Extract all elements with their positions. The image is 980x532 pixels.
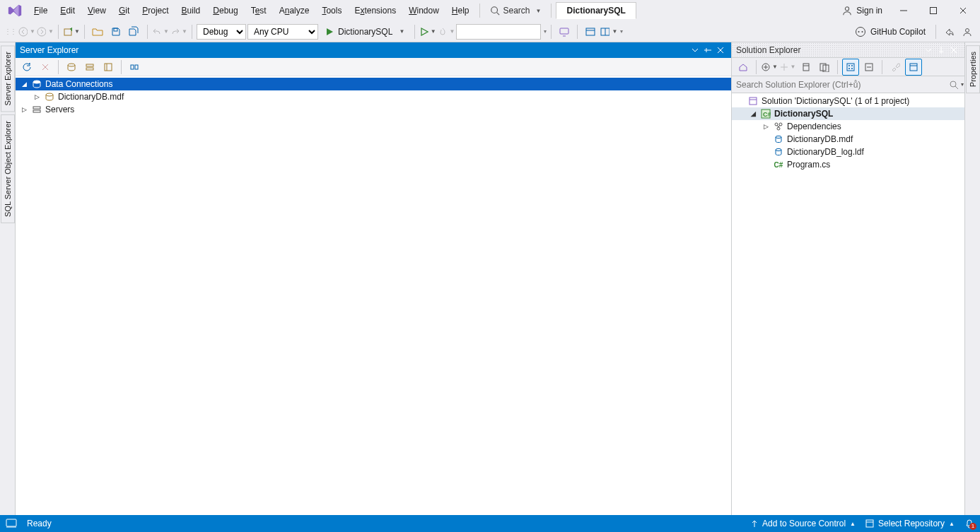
notifications-button[interactable]: 1 [964,519,974,528]
solution-explorer-search-input[interactable] [732,77,947,93]
overflow-icon[interactable]: ▾ [544,28,547,35]
svg-point-44 [848,68,850,69]
undo-button[interactable]: ▼ [152,23,169,40]
show-all-files-button[interactable] [842,59,859,76]
tree-node-project[interactable]: ◢ C# DictionarySQL [732,107,964,120]
svg-rect-4 [931,8,937,14]
menu-project[interactable]: Project [136,3,174,18]
window-position-button[interactable] [689,44,701,57]
separator [551,4,552,18]
menu-file[interactable]: File [28,3,53,18]
share-button[interactable] [940,23,957,40]
output-icon[interactable] [6,519,17,528]
sign-in-button[interactable]: Sign in [836,6,888,16]
window-close-button[interactable] [949,1,977,20]
menu-test[interactable]: Test [245,3,272,18]
start-debug-button[interactable]: DictionarySQL ▼ [320,24,410,40]
svg-rect-34 [33,110,40,112]
redo-button[interactable]: ▼ [170,23,187,40]
tree-label: DictionaryDB.mdf [787,134,853,144]
refresh-button[interactable] [18,59,35,76]
server-explorer-caption: Server Explorer [16,42,731,58]
hot-reload-button[interactable]: ▼ [438,23,455,40]
add-source-control-button[interactable]: Add to Source Control ▲ [751,519,856,528]
refresh-button[interactable] [816,59,833,76]
tab-server-explorer[interactable]: Server Explorer [1,45,15,112]
menu-help[interactable]: Help [446,3,475,18]
tab-sql-server-object-explorer[interactable]: SQL Server Object Explorer [1,114,15,223]
menu-view[interactable]: View [82,3,112,18]
pending-changes-filter-button[interactable]: ▼ [779,59,796,76]
grip-icon: ⋮⋮ [4,28,16,35]
close-panel-button[interactable] [947,44,960,57]
menu-tools[interactable]: Tools [316,3,347,18]
open-file-button[interactable] [89,23,106,40]
live-share-button[interactable] [556,23,573,40]
svg-point-57 [777,127,780,130]
process-selector[interactable] [456,24,541,40]
menu-analyze[interactable]: Analyze [274,3,315,18]
close-panel-button[interactable] [714,44,727,57]
tree-node-dictionarydb[interactable]: ▷ DictionaryDB.mdf [16,90,731,103]
solution-platform-select[interactable]: Any CPU [247,24,318,40]
menu-edit[interactable]: Edit [54,3,81,18]
new-project-button[interactable]: ▼ [63,23,80,40]
svg-point-19 [966,28,969,32]
menu-git[interactable]: Git [113,3,135,18]
menu-debug[interactable]: Debug [207,3,243,18]
tree-node-solution[interactable]: ▷ Solution 'DictionarySQL' (1 of 1 proje… [732,95,964,107]
window-maximize-button[interactable] [919,1,947,20]
svg-point-2 [846,7,849,11]
tab-properties[interactable]: Properties [966,45,980,93]
stop-refresh-button[interactable] [37,59,54,76]
connect-to-db-button[interactable] [63,59,80,76]
window-minimize-button[interactable] [889,1,918,20]
switch-views-button[interactable]: ▼ [761,59,778,76]
tree-node-servers[interactable]: ▷ Servers [16,103,731,116]
menu-build[interactable]: Build [176,3,206,18]
search-launcher[interactable]: Search ▼ [484,3,547,18]
tree-node-data-connections[interactable]: ◢ Data Connections [16,78,731,90]
github-copilot-button[interactable]: GitHub Copilot [849,26,931,37]
tree-label: Solution 'DictionarySQL' (1 of 1 project… [762,96,909,106]
add-connection-button[interactable] [100,59,117,76]
svg-point-16 [856,27,865,36]
save-button[interactable] [107,23,124,40]
windows-layout-button-2[interactable]: ▼ [600,23,617,40]
nav-forward-button[interactable]: ▼ [37,23,54,40]
home-button[interactable] [735,59,752,76]
tree-node-dictionarydb-log-ldf[interactable]: ▷ DictionaryDB_log.ldf [732,146,964,158]
collapse-all-button[interactable] [861,59,877,76]
sync-active-doc-button[interactable] [798,59,815,76]
properties-button[interactable] [887,59,904,76]
window-position-button[interactable] [922,44,935,57]
copilot-label: GitHub Copilot [870,27,926,37]
start-without-debug-button[interactable]: ▼ [419,23,436,40]
tree-node-program-cs[interactable]: ▷ C# Program.cs [732,158,964,171]
search-icon[interactable]: ▾ [947,76,964,93]
overflow-icon[interactable]: ▾ [620,28,623,35]
left-tool-tabs: Server Explorer SQL Server Object Explor… [0,42,16,515]
solution-explorer-caption: Solution Explorer [732,42,964,58]
azure-services-button[interactable] [126,59,143,76]
autohide-pin-button[interactable] [935,44,947,57]
save-all-button[interactable] [126,23,143,40]
nav-back-button[interactable]: ▼ [18,23,35,40]
autohide-pin-button[interactable] [701,44,714,57]
select-repository-button[interactable]: Select Repository ▲ [865,519,955,528]
svg-point-32 [46,93,53,96]
active-document-tab[interactable]: DictionarySQL [556,2,636,19]
preview-selected-button[interactable] [905,59,922,76]
solution-config-select[interactable]: Debug [197,24,246,40]
menu-extensions[interactable]: Extensions [349,3,402,18]
menu-window[interactable]: Window [403,3,445,18]
tree-node-dependencies[interactable]: ▷ Dependencies [732,120,964,133]
admin-button[interactable] [959,23,976,40]
svg-point-0 [491,7,497,13]
tree-node-dictionarydb-mdf[interactable]: ▷ DictionaryDB.mdf [732,133,964,146]
connect-to-server-button[interactable] [81,59,98,76]
play-icon [325,28,334,36]
svg-rect-27 [105,64,112,71]
windows-layout-button-1[interactable] [582,23,599,40]
svg-point-58 [776,136,781,138]
